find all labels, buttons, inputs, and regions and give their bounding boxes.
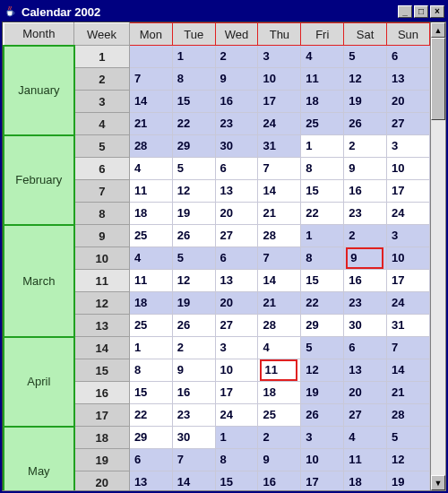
day-cell[interactable]: 28: [258, 315, 301, 337]
week-cell[interactable]: 12: [74, 292, 130, 315]
day-cell[interactable]: 11: [129, 180, 172, 203]
day-cell[interactable]: 30: [172, 427, 215, 449]
close-button[interactable]: ×: [430, 5, 444, 18]
day-cell[interactable]: 22: [172, 113, 215, 135]
header-tue[interactable]: Tue: [172, 23, 215, 46]
day-cell[interactable]: 16: [344, 270, 387, 292]
day-cell[interactable]: 9: [172, 359, 215, 382]
day-cell[interactable]: 8: [172, 68, 215, 91]
day-cell[interactable]: 24: [258, 113, 301, 135]
header-fri[interactable]: Fri: [301, 23, 344, 46]
day-cell[interactable]: 8: [129, 359, 172, 382]
day-cell[interactable]: 10: [215, 359, 258, 382]
scroll-down-button[interactable]: ▼: [431, 475, 445, 490]
day-cell[interactable]: 5: [387, 427, 430, 449]
week-cell[interactable]: 11: [74, 270, 130, 292]
day-cell[interactable]: 28: [387, 404, 430, 427]
day-cell[interactable]: 15: [215, 471, 258, 491]
day-cell[interactable]: 23: [215, 113, 258, 135]
day-cell[interactable]: 15: [301, 180, 344, 203]
day-cell[interactable]: 26: [172, 315, 215, 337]
month-cell[interactable]: February: [4, 135, 74, 225]
scroll-up-button[interactable]: ▲: [431, 22, 445, 38]
week-cell[interactable]: 3: [74, 91, 130, 113]
day-cell[interactable]: 22: [129, 404, 172, 427]
day-cell[interactable]: 1: [301, 225, 344, 247]
week-cell[interactable]: 8: [74, 203, 130, 225]
day-cell[interactable]: 11: [344, 449, 387, 471]
day-cell[interactable]: 19: [301, 382, 344, 404]
day-cell[interactable]: 19: [172, 203, 215, 225]
day-cell[interactable]: 12: [172, 180, 215, 203]
week-cell[interactable]: 9: [74, 225, 130, 247]
day-cell[interactable]: 7: [258, 158, 301, 180]
day-cell[interactable]: 2: [215, 46, 258, 68]
day-cell[interactable]: 18: [301, 91, 344, 113]
day-cell[interactable]: 24: [387, 203, 430, 225]
day-cell[interactable]: 14: [258, 180, 301, 203]
day-cell[interactable]: 19: [387, 471, 430, 491]
header-thu[interactable]: Thu: [258, 23, 301, 46]
day-cell[interactable]: 9: [258, 449, 301, 471]
day-cell[interactable]: 2: [344, 135, 387, 158]
header-mon[interactable]: Mon: [129, 23, 172, 46]
day-cell[interactable]: 6: [215, 158, 258, 180]
day-cell[interactable]: 8: [215, 449, 258, 471]
day-cell[interactable]: 13: [387, 68, 430, 91]
day-cell[interactable]: 15: [172, 91, 215, 113]
day-cell[interactable]: 12: [387, 449, 430, 471]
day-cell[interactable]: 23: [344, 292, 387, 315]
day-cell[interactable]: 6: [129, 449, 172, 471]
day-cell[interactable]: 26: [172, 225, 215, 247]
day-cell[interactable]: 2: [258, 427, 301, 449]
day-cell[interactable]: 6: [215, 247, 258, 270]
day-cell[interactable]: 30: [215, 135, 258, 158]
week-cell[interactable]: 4: [74, 113, 130, 135]
day-cell[interactable]: 16: [215, 91, 258, 113]
day-cell[interactable]: 8: [301, 158, 344, 180]
day-cell[interactable]: 17: [387, 270, 430, 292]
week-cell[interactable]: 20: [74, 471, 130, 491]
day-cell[interactable]: 16: [258, 471, 301, 491]
day-cell[interactable]: 24: [387, 292, 430, 315]
day-cell[interactable]: 17: [215, 382, 258, 404]
day-cell[interactable]: 29: [129, 427, 172, 449]
day-cell[interactable]: 25: [129, 225, 172, 247]
day-cell[interactable]: 18: [344, 471, 387, 491]
day-cell[interactable]: 5: [344, 46, 387, 68]
day-cell[interactable]: 26: [301, 404, 344, 427]
day-cell[interactable]: 18: [129, 292, 172, 315]
day-cell[interactable]: 27: [215, 225, 258, 247]
week-cell[interactable]: 14: [74, 337, 130, 359]
day-cell[interactable]: 14: [387, 359, 430, 382]
day-cell[interactable]: 1: [301, 135, 344, 158]
day-cell[interactable]: 4: [344, 427, 387, 449]
day-cell[interactable]: 11: [301, 68, 344, 91]
day-cell[interactable]: 31: [387, 315, 430, 337]
day-cell[interactable]: 3: [387, 225, 430, 247]
week-cell[interactable]: 17: [74, 404, 130, 427]
day-cell[interactable]: 20: [344, 382, 387, 404]
day-cell[interactable]: 27: [215, 315, 258, 337]
day-cell[interactable]: 13: [215, 270, 258, 292]
day-cell[interactable]: 7: [172, 449, 215, 471]
month-cell[interactable]: March: [4, 225, 74, 337]
day-cell[interactable]: 28: [258, 225, 301, 247]
day-cell[interactable]: 4: [301, 46, 344, 68]
header-sat[interactable]: Sat: [344, 23, 387, 46]
day-cell[interactable]: 7: [129, 68, 172, 91]
day-cell[interactable]: 29: [301, 315, 344, 337]
scroll-track[interactable]: [431, 38, 445, 475]
maximize-button[interactable]: □: [414, 5, 428, 18]
day-cell[interactable]: 10: [301, 449, 344, 471]
vertical-scrollbar[interactable]: ▲ ▼: [430, 22, 445, 490]
day-cell[interactable]: 17: [258, 91, 301, 113]
day-cell[interactable]: 30: [344, 315, 387, 337]
day-cell[interactable]: 15: [129, 382, 172, 404]
week-cell[interactable]: 5: [74, 135, 130, 158]
day-cell[interactable]: 19: [172, 292, 215, 315]
day-cell[interactable]: 21: [258, 292, 301, 315]
day-cell[interactable]: 14: [258, 270, 301, 292]
week-cell[interactable]: 10: [74, 247, 130, 270]
day-cell[interactable]: 10: [387, 247, 430, 270]
